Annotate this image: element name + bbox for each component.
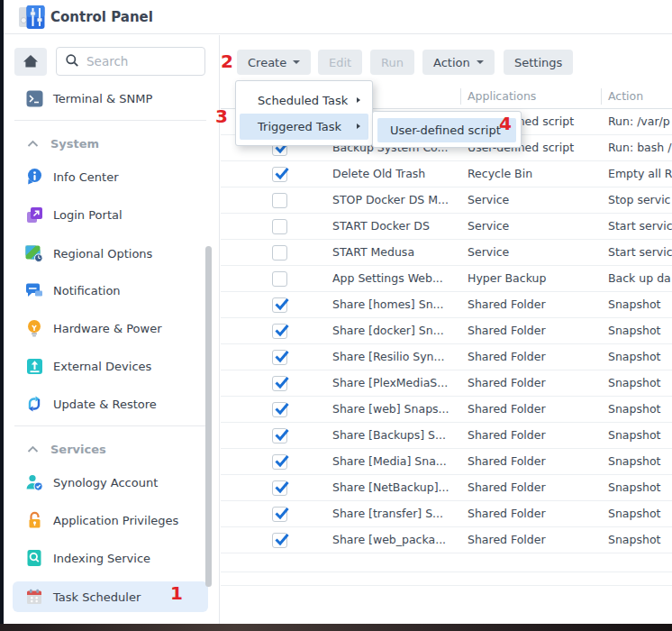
task-name-cell: Share [web] Snaps...: [332, 397, 465, 422]
column-separator[interactable]: [460, 88, 461, 105]
row-checkbox[interactable]: [272, 480, 287, 496]
action-cell: Snapshot: [608, 292, 672, 317]
applications-column-header[interactable]: Applications: [468, 89, 536, 103]
action-column-header[interactable]: Action: [608, 89, 643, 103]
login-portal-icon: [25, 206, 43, 224]
row-checkbox[interactable]: [272, 428, 287, 444]
applications-cell: Shared Folder: [468, 501, 604, 526]
task-name-cell: Share [PlexMediaS...: [332, 370, 465, 396]
annotation-4: 4: [499, 114, 512, 133]
sidebar-item-regional-options[interactable]: Regional Options: [13, 239, 211, 268]
home-button[interactable]: [14, 48, 47, 76]
sidebar-item-label: Notification: [53, 284, 121, 297]
create-button[interactable]: Create: [237, 50, 311, 75]
row-checkbox[interactable]: [272, 454, 287, 470]
sidebar-item-synology-account[interactable]: Synology Account: [13, 468, 211, 497]
sidebar-divider: [14, 425, 206, 426]
search-box[interactable]: [56, 47, 205, 76]
sidebar-item-label: Synology Account: [53, 476, 158, 489]
create-menu: Scheduled Task Triggered Task: [235, 80, 373, 146]
row-checkbox[interactable]: [272, 507, 287, 522]
table-row[interactable]: Share [Media] Sna... Shared Folder Snaps…: [221, 449, 672, 475]
table-row[interactable]: Share [web_packa... Shared Folder Snapsh…: [221, 527, 672, 553]
table-row[interactable]: Share [Backups] S... Shared Folder Snaps…: [221, 423, 672, 449]
create-button-label: Create: [248, 56, 286, 69]
terminal-icon: [25, 89, 43, 107]
sidebar-item-hardware-power[interactable]: Hardware & Power: [13, 314, 211, 343]
action-cell: Snapshot: [608, 397, 672, 422]
row-checkbox[interactable]: [272, 297, 287, 313]
table-row[interactable]: Share [web] Snaps... Shared Folder Snaps…: [221, 397, 672, 423]
empty-row-divider: [221, 572, 672, 572]
action-cell: Snapshot: [608, 370, 672, 396]
action-cell: Stop servic: [608, 187, 672, 213]
control-panel-icon: [18, 5, 46, 32]
table-row[interactable]: START Docker DS Service Start servic: [221, 214, 672, 240]
row-checkbox[interactable]: [272, 324, 287, 339]
sidebar-item-indexing-service[interactable]: Indexing Service: [13, 544, 211, 572]
lightbulb-icon: [25, 319, 43, 337]
applications-cell: Shared Folder: [468, 292, 604, 317]
row-checkbox[interactable]: [272, 245, 287, 261]
table-row[interactable]: Share [NetBackup]... Shared Folder Snaps…: [221, 475, 672, 501]
row-checkbox[interactable]: [272, 193, 287, 208]
action-cell: Snapshot: [608, 318, 672, 343]
task-name-cell: Share [NetBackup]...: [332, 475, 465, 500]
desktop-edge-left: [0, 0, 4, 631]
action-cell: Run: bash /: [608, 135, 672, 160]
applications-cell: Shared Folder: [468, 423, 604, 448]
menu-item-scheduled-task[interactable]: Scheduled Task: [240, 87, 368, 114]
column-separator[interactable]: [601, 88, 602, 105]
sidebar-item-info-center[interactable]: Info Center: [13, 162, 211, 191]
sidebar-item-terminal-snmp[interactable]: Terminal & SNMP: [13, 84, 211, 113]
sidebar-item-external-devices[interactable]: External Devices: [13, 352, 211, 380]
search-input[interactable]: [86, 54, 190, 69]
sidebar-scrollbar[interactable]: [205, 246, 212, 587]
menu-item-triggered-task[interactable]: Triggered Task: [240, 114, 368, 140]
indexing-icon: [25, 549, 43, 567]
sidebar-section-services[interactable]: Services: [13, 434, 211, 463]
menu-item-user-defined-script[interactable]: User-defined script: [377, 118, 516, 142]
action-cell: Snapshot: [608, 475, 672, 500]
table-row[interactable]: Share [Resilio Syn... Shared Folder Snap…: [221, 344, 672, 370]
chevron-up-icon: [27, 137, 39, 151]
sidebar-item-label: Indexing Service: [53, 552, 150, 565]
settings-button[interactable]: Settings: [504, 50, 573, 75]
edit-button[interactable]: Edit: [318, 50, 362, 75]
table-row[interactable]: Share [transfer] S... Shared Folder Snap…: [221, 501, 672, 527]
sidebar-item-notification[interactable]: Notification: [13, 276, 211, 305]
chevron-down-icon: [477, 60, 484, 64]
action-cell: Empty all R: [608, 161, 672, 187]
run-button[interactable]: Run: [370, 50, 414, 75]
run-button-label: Run: [381, 56, 404, 69]
row-checkbox[interactable]: [272, 167, 287, 182]
sidebar-item-update-restore[interactable]: Update & Restore: [13, 389, 211, 418]
sidebar-section-system[interactable]: System: [13, 129, 211, 158]
task-name-cell: START Docker DS: [332, 214, 465, 239]
row-checkbox[interactable]: [272, 376, 287, 391]
table-row[interactable]: Share [PlexMediaS... Shared Folder Snaps…: [221, 370, 672, 397]
applications-cell: Shared Folder: [468, 344, 604, 370]
sidebar-item-application-privileges[interactable]: Application Privileges: [13, 506, 211, 535]
table-row[interactable]: Delete Old Trash Recycle Bin Empty all R: [221, 161, 672, 187]
update-restore-icon: [25, 395, 43, 413]
settings-button-label: Settings: [514, 56, 562, 69]
annotation-2: 2: [221, 52, 233, 70]
annotation-3: 3: [215, 107, 228, 125]
sidebar-divider: [14, 120, 206, 121]
action-button[interactable]: Action: [422, 50, 495, 75]
table-row[interactable]: STOP Docker DS M... Service Stop servic: [221, 187, 672, 214]
action-cell: Snapshot: [608, 501, 672, 526]
row-checkbox[interactable]: [272, 350, 287, 365]
table-row[interactable]: Share [homes] Sn... Shared Folder Snapsh…: [221, 292, 672, 318]
row-checkbox[interactable]: [272, 533, 287, 548]
table-row[interactable]: START Medusa Service Start servic: [221, 240, 672, 266]
row-checkbox[interactable]: [272, 402, 287, 417]
sidebar-item-login-portal[interactable]: Login Portal: [13, 200, 211, 229]
row-checkbox[interactable]: [272, 219, 287, 234]
table-row[interactable]: Share [docker] Sn... Shared Folder Snaps…: [221, 318, 672, 344]
table-row[interactable]: App Settings Web... Hyper Backup Back up…: [221, 266, 672, 292]
row-checkbox[interactable]: [272, 271, 287, 287]
action-cell: Snapshot: [608, 449, 672, 474]
home-icon: [23, 53, 39, 71]
